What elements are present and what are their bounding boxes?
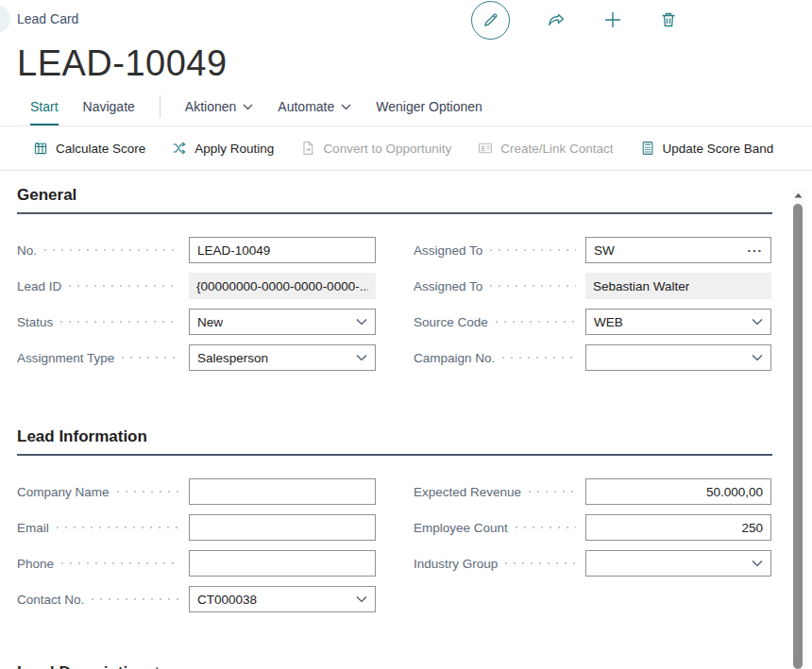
- scrollbar-thumb[interactable]: [793, 204, 803, 669]
- menu-automate-label: Automate: [278, 99, 334, 114]
- dotted-leader: [117, 491, 179, 493]
- new-button[interactable]: [602, 9, 623, 30]
- section-lead-information: Lead Information Company Name Email Phon…: [17, 427, 772, 622]
- menu-weniger-optionen-label: Weniger Optionen: [376, 99, 482, 114]
- assigned-to-lookup[interactable]: SW ···: [585, 237, 771, 263]
- employee-count-input[interactable]: [585, 514, 771, 541]
- menu-aktionen-label: Aktionen: [185, 99, 236, 114]
- chevron-down-icon: [243, 104, 253, 110]
- dotted-leader: [57, 527, 179, 528]
- page-toolbar: [471, 0, 678, 40]
- field-label: Assignment Type: [17, 351, 114, 365]
- field-label: Employee Count: [414, 521, 508, 535]
- expected-revenue-input[interactable]: [585, 478, 771, 505]
- edit-button[interactable]: [471, 1, 510, 40]
- menu-weniger-optionen[interactable]: Weniger Optionen: [376, 88, 482, 125]
- campaign-no-select[interactable]: [585, 344, 771, 371]
- lead-info-left-column: Company Name Email Phone Contact No.: [17, 478, 376, 622]
- dotted-leader: [490, 249, 576, 251]
- field-label: Industry Group: [414, 557, 498, 571]
- field-row-source-code: Source Code WEB: [414, 309, 772, 335]
- vertical-scrollbar[interactable]: [792, 189, 804, 669]
- section-lead-information-header[interactable]: Lead Information: [17, 427, 772, 456]
- lead-info-right-column: Expected Revenue Employee Count Industry…: [414, 478, 772, 622]
- tab-navigate[interactable]: Navigate: [83, 88, 135, 125]
- field-row-status: Status New: [17, 309, 376, 335]
- dotted-leader: [44, 249, 179, 251]
- field-label: Company Name: [17, 485, 110, 499]
- field-label: No.: [17, 243, 37, 258]
- dotted-leader: [69, 285, 179, 287]
- calculate-score-icon: [33, 141, 48, 156]
- chevron-down-icon: [356, 318, 367, 326]
- field-label: Campaign No.: [414, 351, 495, 365]
- menu-divider: [160, 95, 161, 118]
- assigned-to-name-field: Sebastian Walter: [585, 273, 771, 299]
- assist-edit-icon[interactable]: ···: [748, 243, 764, 258]
- no-input[interactable]: [189, 237, 376, 263]
- status-select[interactable]: New: [189, 309, 376, 335]
- dotted-leader: [122, 357, 179, 359]
- field-row-industry-group: Industry Group: [414, 550, 772, 577]
- source-code-select[interactable]: WEB: [585, 309, 771, 335]
- tab-start[interactable]: Start: [30, 88, 59, 125]
- tab-navigate-label: Navigate: [83, 99, 135, 114]
- dotted-leader: [516, 527, 576, 528]
- email-input[interactable]: [189, 514, 376, 541]
- field-row-assigned-to: Assigned To SW ···: [414, 237, 772, 263]
- menu-aktionen[interactable]: Aktionen: [185, 88, 253, 125]
- field-row-assigned-to-name: Assigned To Sebastian Walter: [414, 273, 772, 299]
- field-row-employee-count: Employee Count: [414, 514, 772, 541]
- field-label: Assigned To: [414, 243, 482, 258]
- section-lead-description-header[interactable]: Lead Description: [17, 663, 772, 669]
- top-bar: Lead Card: [0, 0, 812, 38]
- field-row-lead-id: Lead ID {00000000-0000-0000-0000-...: [17, 273, 376, 299]
- field-label: Phone: [17, 557, 54, 571]
- apply-routing-icon: [172, 141, 187, 156]
- field-label: Expected Revenue: [414, 485, 521, 499]
- delete-button[interactable]: [659, 10, 678, 29]
- dotted-leader: [496, 321, 576, 323]
- contact-no-select[interactable]: CT000038: [189, 586, 376, 612]
- action-label: Update Score Band: [663, 142, 774, 156]
- action-create-link-contact: Create/Link Contact: [478, 141, 613, 156]
- chevron-down-icon: [356, 354, 367, 361]
- action-bar: Calculate Score Apply Routing: [33, 126, 812, 170]
- field-label: Assigned To: [414, 279, 482, 293]
- field-row-no: No.: [17, 237, 376, 263]
- tab-start-label: Start: [30, 99, 59, 114]
- phone-input[interactable]: [189, 550, 376, 577]
- plus-icon: [602, 9, 623, 30]
- field-label: Status: [17, 315, 53, 329]
- action-apply-routing[interactable]: Apply Routing: [172, 141, 274, 156]
- chevron-down-icon: [752, 560, 763, 567]
- action-label: Apply Routing: [195, 142, 274, 156]
- field-row-campaign-no: Campaign No.: [414, 344, 772, 371]
- dotted-leader: [92, 598, 179, 600]
- dotted-leader: [529, 491, 576, 493]
- field-label: Source Code: [414, 315, 488, 329]
- field-row-email: Email: [17, 514, 376, 541]
- assignment-type-select[interactable]: Salesperson: [189, 344, 376, 371]
- chevron-down-icon: [752, 354, 763, 361]
- convert-opportunity-icon: [300, 141, 315, 156]
- share-button[interactable]: [546, 9, 567, 30]
- dotted-leader: [505, 562, 576, 564]
- field-row-assignment-type: Assignment Type Salesperson: [17, 344, 376, 371]
- section-general: General No. Lead ID {00000000-0000-0000-…: [17, 186, 772, 380]
- action-calculate-score[interactable]: Calculate Score: [33, 141, 145, 156]
- action-convert-to-opportunity: Convert to Opportunity: [300, 141, 451, 156]
- industry-group-select[interactable]: [585, 550, 771, 577]
- section-general-header[interactable]: General: [17, 186, 772, 214]
- general-left-column: No. Lead ID {00000000-0000-0000-0000-...…: [17, 237, 376, 380]
- contact-card-icon: [478, 141, 493, 156]
- action-update-score-band[interactable]: Update Score Band: [640, 141, 774, 156]
- action-label: Calculate Score: [56, 142, 145, 156]
- menu-automate[interactable]: Automate: [278, 88, 351, 125]
- back-button[interactable]: [0, 5, 10, 33]
- field-row-phone: Phone: [17, 550, 376, 577]
- general-right-column: Assigned To SW ··· Assigned To Sebastian…: [414, 237, 772, 380]
- scroll-up-arrow-icon[interactable]: [792, 189, 804, 202]
- company-name-input[interactable]: [189, 478, 376, 505]
- dotted-leader: [490, 285, 576, 287]
